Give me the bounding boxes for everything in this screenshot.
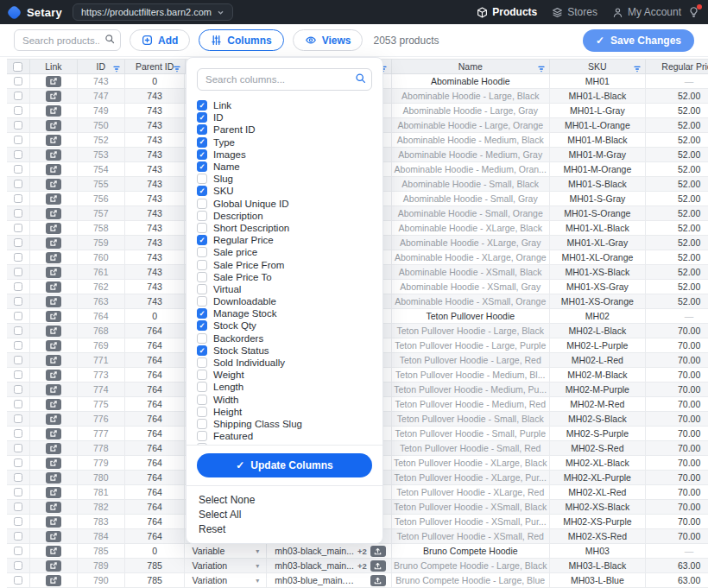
cell-regular-price[interactable]: 52.00 [646, 221, 708, 235]
open-product-link-button[interactable] [46, 326, 61, 337]
column-toggle-name[interactable]: ✓Name [197, 161, 382, 173]
checkbox-checked[interactable]: ✓ [197, 124, 207, 135]
cell-name[interactable]: Teton Pullover Hoodie - XSmall, Pur... [392, 515, 550, 528]
column-toggle-sale-price[interactable]: Sale price [197, 246, 382, 258]
checkbox-checked[interactable]: ✓ [197, 149, 207, 160]
row-checkbox[interactable] [14, 253, 22, 262]
row-checkbox[interactable] [14, 547, 22, 555]
checkbox-checked[interactable]: ✓ [197, 320, 207, 331]
cell-regular-price[interactable]: 52.00 [646, 104, 708, 117]
cell-name[interactable]: Abominable Hoodie - XSmall, Black [392, 265, 550, 279]
cell-sku[interactable]: MH02-XL-Red [550, 485, 647, 499]
select-none-link[interactable]: Select None [199, 492, 382, 507]
row-checkbox[interactable] [14, 121, 22, 130]
cell-regular-price[interactable]: 52.00 [646, 177, 708, 191]
cell-regular-price[interactable]: 70.00 [646, 441, 708, 455]
column-toggle-type[interactable]: ✓Type [197, 136, 382, 149]
cell-name[interactable]: Abominable Hoodie [392, 74, 550, 88]
cell-sku[interactable]: MH01-S-Gray [550, 192, 647, 205]
cell-sku[interactable]: MH01-L-Gray [550, 104, 647, 117]
column-toggle-manage-stock[interactable]: ✓Manage Stock [197, 307, 382, 319]
cell-name[interactable]: Abominable Hoodie - Medium, Oran... [392, 162, 550, 176]
cell-regular-price[interactable]: 52.00 [646, 118, 708, 132]
cell-name[interactable]: Teton Pullover Hoodie - XLarge, Black [392, 456, 550, 470]
checkbox-checked[interactable]: ✓ [197, 345, 207, 356]
upload-image-button[interactable] [370, 575, 386, 586]
open-product-link-button[interactable] [46, 120, 61, 131]
cell-name[interactable]: Abominable Hoodie - XLarge, Orange [392, 250, 550, 264]
cell-sku[interactable]: MH01-L-Orange [550, 118, 647, 132]
row-checkbox[interactable] [14, 473, 22, 482]
checkbox-unchecked[interactable] [197, 419, 207, 429]
cell-name[interactable]: Abominable Hoodie - Large, Black [392, 89, 550, 103]
open-product-link-button[interactable] [46, 135, 61, 146]
checkbox-checked[interactable]: ✓ [197, 137, 207, 148]
row-checkbox[interactable] [14, 194, 22, 203]
open-product-link-button[interactable] [46, 237, 61, 249]
cell-sku[interactable]: MH01-M-Orange [550, 162, 647, 176]
cell-sku[interactable]: MH02-L-Red [550, 353, 647, 367]
open-product-link-button[interactable] [46, 105, 61, 117]
cell-regular-price[interactable]: — [646, 74, 708, 88]
cell-regular-price[interactable]: 52.00 [646, 89, 708, 103]
nav-my-account[interactable]: My Account [612, 6, 681, 18]
row-checkbox[interactable] [14, 400, 22, 408]
checkbox-unchecked[interactable] [197, 370, 207, 380]
checkbox-unchecked[interactable] [197, 407, 207, 417]
cell-regular-price[interactable]: 70.00 [646, 383, 708, 396]
row-checkbox[interactable] [14, 209, 22, 218]
upload-image-button[interactable] [370, 560, 386, 572]
cell-regular-price[interactable]: 70.00 [646, 471, 708, 484]
header-parent-id[interactable]: Parent ID [125, 60, 186, 73]
column-toggle-stock-qty[interactable]: ✓Stock Qty [197, 319, 382, 332]
checkbox-checked[interactable]: ✓ [197, 308, 207, 319]
cell-images[interactable]: mh03-blue_main.jpg [267, 573, 392, 587]
row-checkbox[interactable] [14, 106, 22, 115]
select-all-checkbox[interactable] [13, 62, 22, 72]
cell-regular-price[interactable]: — [646, 544, 708, 558]
row-checkbox[interactable] [14, 517, 22, 526]
column-toggle-length[interactable]: Length [197, 381, 382, 393]
checkbox-unchecked[interactable] [197, 211, 207, 221]
cell-regular-price[interactable]: 70.00 [646, 500, 708, 514]
open-product-link-button[interactable] [46, 384, 61, 395]
row-checkbox[interactable] [14, 341, 22, 350]
cell-name[interactable]: Abominable Hoodie - XLarge, Black [392, 221, 550, 235]
cell-sku[interactable]: MH02-XS-Black [550, 500, 647, 514]
column-toggle-sold-individually[interactable]: Sold Individually [197, 357, 382, 369]
column-toggle-height[interactable]: Height [197, 406, 382, 418]
cell-sku[interactable]: MH03-L-Black [550, 559, 647, 572]
filter-icon[interactable] [113, 64, 120, 73]
cell-name[interactable]: Teton Pullover Hoodie - Small, Red [392, 441, 550, 455]
views-button[interactable]: Views [293, 29, 363, 51]
row-checkbox[interactable] [14, 385, 22, 394]
cell-regular-price[interactable]: 52.00 [646, 206, 708, 220]
cell-sku[interactable]: MH02-XS-Red [550, 529, 647, 543]
column-toggle-regular-price[interactable]: ✓Regular Price [197, 234, 382, 246]
cell-name[interactable]: Abominable Hoodie - Small, Black [392, 177, 550, 191]
cell-name[interactable]: Bruno Compete Hoodie - Large, Black [392, 559, 550, 572]
column-toggle-weight[interactable]: Weight [197, 369, 382, 381]
column-toggle-id[interactable]: ✓ID [197, 111, 382, 123]
cell-sku[interactable]: MH02-S-Black [550, 412, 647, 426]
header-sku[interactable]: SKU [550, 60, 647, 73]
cell-regular-price[interactable]: 70.00 [646, 485, 708, 499]
checkbox-checked[interactable]: ✓ [197, 235, 207, 245]
cell-regular-price[interactable]: 70.00 [646, 397, 708, 411]
row-checkbox[interactable] [14, 503, 22, 511]
checkbox-unchecked[interactable] [197, 357, 207, 368]
cell-name[interactable]: Teton Pullover Hoodie - Small, Black [392, 412, 550, 426]
checkbox-unchecked[interactable] [197, 223, 207, 233]
cell-sku[interactable]: MH01-XS-Gray [550, 280, 647, 294]
open-product-link-button[interactable] [46, 252, 61, 263]
cell-regular-price[interactable]: 70.00 [646, 515, 708, 528]
cell-regular-price[interactable]: 52.00 [646, 236, 708, 250]
cell-sku[interactable]: MH01-M-Gray [550, 148, 647, 161]
row-checkbox[interactable] [14, 282, 22, 291]
column-toggle-width[interactable]: Width [197, 394, 382, 406]
row-checkbox[interactable] [14, 238, 22, 247]
checkbox-unchecked[interactable] [197, 382, 207, 392]
column-toggle-sku[interactable]: ✓SKU [197, 185, 382, 197]
cell-regular-price[interactable]: 70.00 [646, 368, 708, 382]
cell-sku[interactable]: MH01-XL-Gray [550, 236, 647, 250]
